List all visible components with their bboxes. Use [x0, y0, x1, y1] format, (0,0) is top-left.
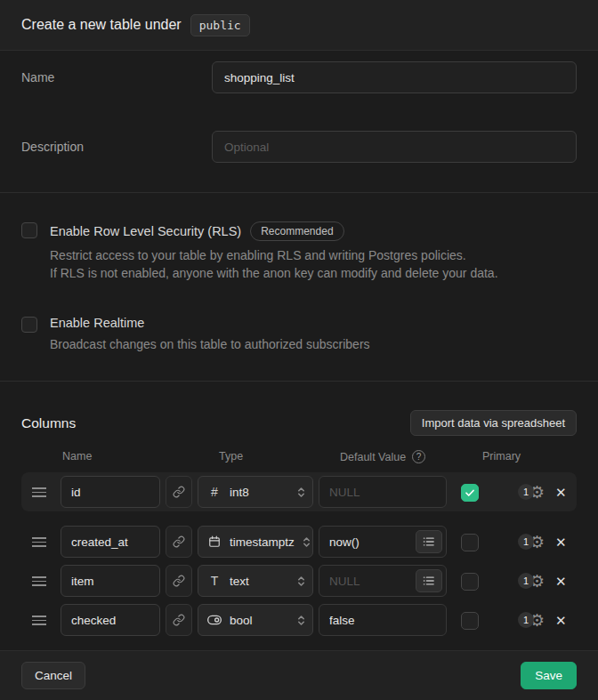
column-type-select[interactable]: # T timestamptz [198, 526, 313, 558]
save-button[interactable]: Save [521, 662, 577, 689]
realtime-label: Enable Realtime [50, 316, 144, 330]
drag-handle-icon[interactable] [32, 576, 46, 586]
column-name-input[interactable] [61, 526, 160, 558]
chevron-updown-icon [297, 614, 305, 627]
column-row: # T bool [21, 604, 577, 636]
list-icon [423, 536, 435, 547]
column-row: # T int8 [21, 472, 577, 511]
text-type-icon: T [211, 574, 219, 588]
primary-key-checkbox[interactable] [461, 612, 479, 630]
table-name-input[interactable] [212, 61, 577, 93]
rls-checkbox[interactable] [21, 222, 37, 238]
import-spreadsheet-button[interactable]: Import data via spreadsheet [410, 410, 577, 436]
column-row: # T text [21, 565, 577, 597]
column-settings-button[interactable]: 1 ⚙ [518, 484, 545, 501]
foreign-key-link-button[interactable] [166, 476, 192, 508]
settings-count-badge: 1 [518, 573, 534, 589]
header-type: Type [219, 450, 340, 463]
rls-toggle-block: Enable Row Level Security (RLS) Recommen… [21, 221, 577, 282]
settings-count-badge: 1 [518, 534, 534, 550]
name-row: Name [21, 61, 577, 93]
chevron-updown-icon [297, 575, 305, 588]
remove-column-button[interactable]: ✕ [555, 614, 567, 627]
dialog-title: Create a new table under [21, 17, 182, 33]
columns-title: Columns [21, 415, 76, 431]
cancel-button[interactable]: Cancel [21, 662, 85, 689]
column-row: # T timestamptz [21, 526, 577, 558]
toggles-section: Enable Row Level Security (RLS) Recommen… [0, 193, 598, 353]
column-type-label: int8 [230, 486, 289, 499]
list-icon [423, 575, 435, 586]
drag-handle-icon[interactable] [32, 616, 46, 625]
table-description-input[interactable] [212, 131, 577, 163]
primary-key-checkbox[interactable] [461, 573, 479, 591]
realtime-body: Enable Realtime Broadcast changes on thi… [50, 316, 370, 353]
remove-column-button[interactable]: ✕ [555, 535, 567, 549]
rls-label: Enable Row Level Security (RLS) [50, 224, 241, 238]
drag-handle-icon[interactable] [32, 487, 46, 497]
column-settings-button[interactable]: 1 ⚙ [518, 534, 545, 551]
column-name-input[interactable] [61, 604, 160, 636]
primary-key-checkbox[interactable] [461, 534, 479, 551]
column-name-input[interactable] [61, 565, 160, 597]
column-type-label: text [230, 575, 289, 588]
suggestions-list-button[interactable] [416, 530, 442, 553]
realtime-checkbox[interactable] [21, 317, 37, 333]
suggestions-list-button[interactable] [416, 569, 442, 592]
description-label: Description [21, 140, 212, 154]
rls-body: Enable Row Level Security (RLS) Recommen… [50, 221, 498, 282]
chain-link-icon [173, 486, 185, 498]
column-type-label: bool [230, 614, 289, 627]
recommended-badge: Recommended [250, 221, 343, 241]
columns-table-headers: Name Type Default Value ? Primary [21, 450, 577, 463]
rls-description: Restrict access to your table by enablin… [50, 246, 498, 282]
header-default-value: Default Value ? [340, 450, 482, 463]
chain-link-icon [173, 535, 185, 548]
hash-icon: # [211, 485, 218, 499]
toggle-switch-icon [207, 615, 222, 625]
description-row: Description [21, 131, 577, 163]
realtime-description: Broadcast changes on this table to autho… [50, 335, 370, 353]
column-type-select[interactable]: # T bool [198, 604, 313, 636]
remove-column-button[interactable]: ✕ [555, 486, 567, 499]
chevron-updown-icon [297, 486, 305, 499]
question-circle-icon[interactable]: ? [412, 450, 425, 463]
foreign-key-link-button[interactable] [166, 604, 192, 636]
column-type-select[interactable]: # T text [198, 565, 313, 597]
default-value-input[interactable] [319, 604, 447, 636]
chain-link-icon [173, 575, 185, 587]
column-type-select[interactable]: # T int8 [198, 476, 313, 508]
primary-key-checkbox[interactable] [461, 484, 479, 502]
dialog-header: Create a new table under public [0, 0, 598, 51]
foreign-key-link-button[interactable] [166, 526, 192, 558]
column-name-input[interactable] [61, 476, 160, 508]
columns-rows: # T int8 [21, 472, 577, 636]
schema-badge: public [190, 14, 250, 36]
dialog-footer: Cancel Save [0, 650, 598, 700]
drag-handle-icon[interactable] [32, 537, 46, 547]
table-info-section: Name Description [0, 51, 598, 192]
remove-column-button[interactable]: ✕ [555, 575, 567, 588]
foreign-key-link-button[interactable] [166, 565, 192, 597]
chain-link-icon [173, 614, 185, 626]
default-value-input[interactable] [319, 476, 447, 508]
settings-count-badge: 1 [518, 612, 534, 628]
header-name: Name [62, 450, 219, 463]
calendar-icon [208, 535, 221, 548]
chevron-updown-icon [303, 535, 311, 549]
settings-count-badge: 1 [518, 484, 534, 500]
header-primary: Primary [482, 450, 521, 463]
column-settings-button[interactable]: 1 ⚙ [518, 573, 545, 590]
columns-section: Columns Import data via spreadsheet Name… [0, 382, 598, 636]
column-type-label: timestamptz [230, 535, 295, 549]
realtime-toggle-block: Enable Realtime Broadcast changes on thi… [21, 316, 577, 353]
name-label: Name [21, 70, 212, 84]
column-settings-button[interactable]: 1 ⚙ [518, 612, 545, 629]
